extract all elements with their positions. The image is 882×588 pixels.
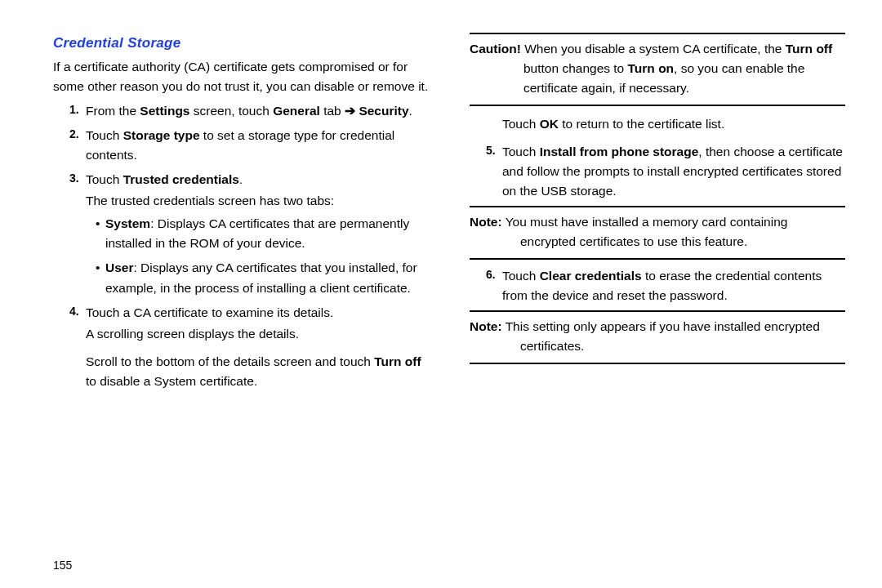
right-column: Caution! When you disable a system CA ce… (470, 33, 845, 555)
step-5: 5. Touch Install from phone storage, the… (486, 142, 845, 201)
step-4: 4. Touch a CA certificate to examine its… (69, 303, 429, 391)
left-column: Credential Storage If a certificate auth… (53, 33, 429, 555)
step-number: 1. (69, 101, 79, 119)
note-block-2: Note: This setting only appears if you h… (470, 310, 845, 364)
note-text: Note: This setting only appears if you h… (470, 317, 845, 356)
step-text: Touch Storage type to set a storage type… (86, 128, 394, 162)
step-number: 2. (69, 126, 79, 144)
bullet-system: System: Displays CA certificates that ar… (96, 214, 429, 253)
step-text: Touch Install from phone storage, then c… (502, 145, 843, 198)
step-number: 4. (69, 303, 79, 321)
step-subtext: The trusted credentials screen has two t… (86, 191, 429, 211)
steps-list-right-2: 6. Touch Clear credentials to erase the … (470, 266, 845, 305)
caution-text: Caution! When you disable a system CA ce… (470, 39, 845, 98)
bullet-user: User: Displays any CA certificates that … (96, 258, 429, 297)
step-subtext: A scrolling screen displays the details. (86, 324, 429, 344)
step-6: 6. Touch Clear credentials to erase the … (486, 266, 845, 305)
step-2: 2. Touch Storage type to set a storage t… (69, 126, 429, 165)
ok-instruction: Touch OK to return to the certificate li… (502, 114, 845, 134)
document-page: Credential Storage If a certificate auth… (0, 0, 882, 555)
section-heading: Credential Storage (53, 33, 429, 54)
intro-paragraph: If a certificate authority (CA) certific… (53, 57, 429, 96)
step-text: Touch Clear credentials to erase the cre… (502, 269, 822, 302)
step-number: 6. (486, 266, 496, 284)
page-number: 155 (53, 559, 72, 572)
step-subtext: Scroll to the bottom of the details scre… (86, 352, 429, 391)
step-text: From the Settings screen, touch General … (86, 104, 412, 118)
steps-list-right: 5. Touch Install from phone storage, the… (470, 142, 845, 201)
step-number: 3. (69, 170, 79, 188)
note-block: Note: You must have installed a memory c… (470, 206, 845, 260)
step-3: 3. Touch Trusted credentials. The truste… (69, 170, 429, 297)
step-text: Touch a CA certificate to examine its de… (86, 305, 333, 319)
step-1: 1. From the Settings screen, touch Gener… (69, 101, 429, 121)
note-text: Note: You must have installed a memory c… (470, 212, 845, 252)
bullet-list: System: Displays CA certificates that ar… (86, 214, 429, 297)
caution-block: Caution! When you disable a system CA ce… (470, 33, 845, 106)
step-text: Touch Trusted credentials. (86, 172, 243, 186)
step-number: 5. (486, 142, 496, 160)
steps-list: 1. From the Settings screen, touch Gener… (53, 101, 429, 390)
arrow-icon: ➔ (345, 104, 355, 118)
